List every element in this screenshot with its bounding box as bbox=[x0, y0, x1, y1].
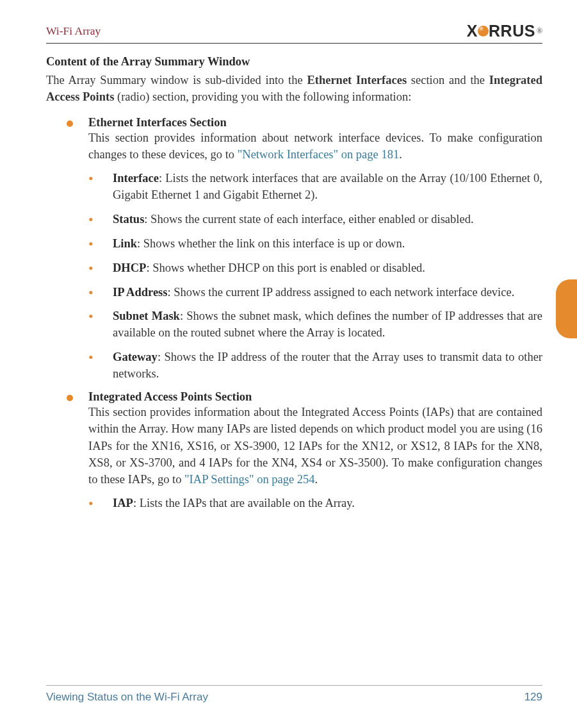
section-heading: Content of the Array Summary Window bbox=[46, 55, 542, 69]
registered-icon: ® bbox=[537, 26, 542, 36]
network-interfaces-link[interactable]: "Network Interfaces" on page 181 bbox=[238, 148, 399, 161]
iap-sub-list: IAP: Lists the IAPs that are available o… bbox=[88, 495, 542, 512]
list-item: Gateway: Shows the IP address of the rou… bbox=[88, 349, 542, 383]
logo-text-x: X bbox=[467, 22, 478, 40]
intro-paragraph: The Array Summary window is sub-divided … bbox=[46, 72, 542, 106]
page-number: 129 bbox=[524, 691, 542, 704]
side-tab-icon bbox=[556, 279, 577, 338]
item-label: Status bbox=[113, 213, 144, 226]
item-text: : Shows whether the link on this interfa… bbox=[137, 237, 405, 250]
item-label: Link bbox=[113, 237, 137, 250]
intro-text-post: (radio) section, providing you with the … bbox=[114, 90, 411, 103]
item-text: : Shows whether DHCP on this port is ena… bbox=[146, 261, 425, 274]
item-label: Interface bbox=[113, 172, 159, 185]
item-label: IAP bbox=[113, 497, 133, 509]
intro-text-mid: section and the bbox=[407, 74, 489, 87]
item-text: : Lists the IAPs that are available on t… bbox=[133, 497, 355, 509]
iap-section-title: Integrated Access Points Section bbox=[88, 390, 542, 404]
eth-body-post: . bbox=[399, 148, 402, 161]
list-item: IAP: Lists the IAPs that are available o… bbox=[88, 495, 542, 512]
logo-text-rrus: RRUS bbox=[489, 22, 535, 40]
page-header: Wi-Fi Array X RRUS ® bbox=[46, 22, 542, 44]
iap-settings-link[interactable]: "IAP Settings" on page 254 bbox=[184, 473, 315, 486]
item-text: : Shows the current state of each interf… bbox=[144, 213, 473, 226]
ethernet-section-body: This section provides information about … bbox=[88, 129, 542, 163]
iap-section: Integrated Access Points Section This se… bbox=[46, 390, 542, 512]
xirrus-logo: X RRUS ® bbox=[467, 22, 542, 40]
footer-section-title: Viewing Status on the Wi-Fi Array bbox=[46, 691, 208, 704]
item-text: : Lists the network interfaces that are … bbox=[113, 172, 542, 201]
intro-text-pre: The Array Summary window is sub-divided … bbox=[46, 74, 307, 87]
page-footer: Viewing Status on the Wi-Fi Array 129 bbox=[46, 685, 542, 704]
item-label: IP Address bbox=[113, 286, 168, 299]
ethernet-section-title: Ethernet Interfaces Section bbox=[88, 116, 542, 129]
list-item: Link: Shows whether the link on this int… bbox=[88, 236, 542, 252]
item-label: Subnet Mask bbox=[113, 310, 180, 322]
item-text: : Shows the IP address of the router tha… bbox=[113, 351, 542, 380]
list-item: Subnet Mask: Shows the subnet mask, whic… bbox=[88, 308, 542, 342]
main-bullet-list: Ethernet Interfaces Section This section… bbox=[46, 116, 542, 513]
item-text: : Shows the current IP address assigned … bbox=[168, 286, 515, 299]
iap-section-body: This section provides information about … bbox=[88, 404, 542, 488]
ethernet-sub-list: Interface: Lists the network interfaces … bbox=[88, 170, 542, 383]
doc-title: Wi-Fi Array bbox=[46, 24, 101, 38]
list-item: Status: Shows the current state of each … bbox=[88, 211, 542, 228]
list-item: IP Address: Shows the current IP address… bbox=[88, 285, 542, 301]
intro-bold-1: Ethernet Interfaces bbox=[307, 74, 407, 87]
logo-i-dot-icon bbox=[478, 26, 489, 37]
item-label: DHCP bbox=[113, 261, 146, 274]
item-label: Gateway bbox=[113, 351, 158, 363]
iap-body-post: . bbox=[315, 473, 318, 486]
list-item: DHCP: Shows whether DHCP on this port is… bbox=[88, 260, 542, 277]
ethernet-section: Ethernet Interfaces Section This section… bbox=[46, 116, 542, 383]
list-item: Interface: Lists the network interfaces … bbox=[88, 170, 542, 204]
